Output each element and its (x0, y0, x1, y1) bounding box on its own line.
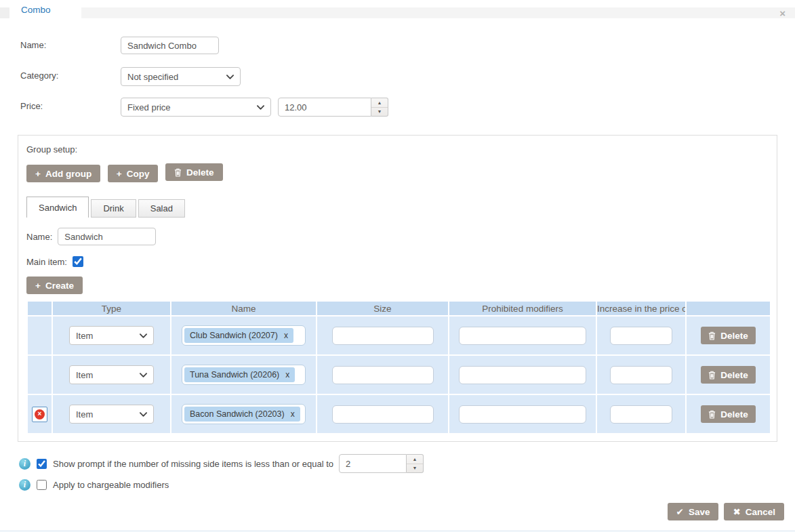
spin-up-icon[interactable]: ▲ (407, 455, 423, 464)
group-tab-salad[interactable]: Salad (138, 199, 185, 218)
delete-row-label: Delete (720, 331, 748, 341)
item-type-select[interactable]: Item (69, 405, 154, 424)
trash-icon (708, 371, 716, 380)
item-chip-label: Club Sandwich (20207) (190, 331, 278, 340)
price-increase-input[interactable] (610, 327, 672, 345)
delete-group-label: Delete (186, 167, 214, 178)
delete-row-button[interactable]: Delete (701, 366, 756, 384)
create-button[interactable]: + Create (26, 277, 83, 294)
cancel-button[interactable]: ✖ Cancel (724, 503, 784, 520)
chevron-down-icon (140, 373, 147, 377)
chargeable-option-row: i Apply to chargeable modifiers (19, 479, 795, 491)
remove-row-icon[interactable]: × (32, 407, 47, 422)
cancel-label: Cancel (746, 507, 775, 517)
row-handle-cell: × (28, 395, 52, 433)
apply-chargeable-label: Apply to chargeable modifiers (53, 480, 169, 490)
chevron-down-icon (140, 412, 147, 417)
item-name-input[interactable]: Club Sandwich (20207) x (182, 325, 306, 346)
group-name-input[interactable] (58, 228, 156, 245)
missing-items-count-input[interactable] (339, 454, 407, 473)
info-icon[interactable]: i (19, 479, 30, 491)
item-name-input[interactable]: Tuna Sandwich (20206) x (182, 365, 306, 385)
price-amount-input[interactable] (278, 98, 371, 117)
price-increase-input[interactable] (610, 405, 672, 424)
chevron-down-icon (226, 75, 234, 79)
item-chip-label: Tuna Sandwich (20206) (190, 370, 279, 380)
save-button[interactable]: ✔ Save (668, 503, 719, 520)
chevron-down-icon (140, 333, 147, 338)
trash-icon (708, 331, 716, 340)
header-empty (687, 302, 770, 315)
delete-row-label: Delete (720, 370, 748, 380)
item-type-select[interactable]: Item (69, 326, 154, 345)
add-group-button[interactable]: + Add group (26, 165, 100, 182)
tab-stub (0, 7, 9, 18)
item-chip-label: Bacon Sandwich (20203) (190, 409, 285, 419)
bottom-divider (0, 531, 795, 531)
apply-chargeable-checkbox[interactable] (37, 480, 47, 490)
delete-row-button[interactable]: Delete (701, 327, 756, 344)
chip-remove-icon[interactable]: x (284, 331, 288, 340)
prohibited-modifiers-input[interactable] (459, 366, 586, 384)
group-tab-label: Salad (150, 203, 173, 213)
group-setup-panel: Group setup: + Add group + Copy Delete S… (18, 135, 777, 442)
size-input[interactable] (332, 405, 434, 424)
chip-remove-icon[interactable]: x (285, 370, 289, 380)
group-tab-sandwich[interactable]: Sandwich (26, 197, 89, 218)
tab-combo[interactable]: Combo (9, 0, 81, 19)
table-row: × Item Bacon Sandwich (20203) x (28, 395, 770, 433)
prompt-option-row: i Show prompt if the number of missing s… (19, 454, 795, 473)
category-select[interactable]: Not specified (121, 67, 241, 86)
check-icon: ✔ (676, 506, 684, 517)
tab-combo-label: Combo (21, 5, 51, 15)
row-handle-cell (28, 316, 52, 354)
chip-remove-icon[interactable]: x (291, 409, 295, 419)
spin-down-icon[interactable]: ▼ (371, 108, 388, 117)
name-input[interactable] (121, 37, 219, 54)
trash-icon (174, 168, 182, 177)
group-tab-drink[interactable]: Drink (91, 199, 136, 218)
x-icon: ✖ (733, 506, 740, 517)
info-icon[interactable]: i (19, 458, 30, 470)
main-item-checkbox[interactable] (73, 256, 83, 267)
price-amount-spinner: ▲ ▼ (371, 98, 388, 117)
size-input[interactable] (332, 366, 434, 384)
header-increase: Increase in the price of (597, 302, 685, 315)
show-prompt-label: Show prompt if the number of missing sid… (53, 459, 333, 469)
copy-group-label: Copy (127, 169, 150, 179)
price-type-select[interactable]: Fixed price (121, 98, 271, 117)
tab-bar: Combo × (0, 0, 795, 19)
header-prohibited: Prohibited modifiers (449, 302, 596, 315)
item-type-value: Item (76, 370, 93, 380)
close-icon[interactable]: × (779, 8, 786, 18)
spin-down-icon[interactable]: ▼ (407, 464, 423, 473)
price-label: Price: (20, 98, 121, 111)
price-increase-input[interactable] (610, 366, 672, 384)
group-tab-label: Drink (103, 203, 123, 213)
delete-group-button[interactable]: Delete (165, 163, 223, 181)
create-label: Create (45, 281, 74, 291)
tab-bar-filler: × (81, 7, 795, 18)
prohibited-modifiers-input[interactable] (459, 405, 586, 424)
item-type-select[interactable]: Item (69, 365, 154, 384)
name-label: Name: (20, 37, 121, 50)
table-row: Item Tuna Sandwich (20206) x Delete (28, 356, 770, 394)
combo-form: Name: Category: Not specified Price: Fix… (0, 19, 795, 117)
item-chip[interactable]: Tuna Sandwich (20206) x (184, 367, 295, 382)
table-row: Item Club Sandwich (20207) x Delete (28, 316, 770, 354)
item-chip[interactable]: Club Sandwich (20207) x (184, 328, 293, 343)
delete-row-button[interactable]: Delete (701, 405, 756, 423)
copy-group-button[interactable]: + Copy (108, 165, 159, 182)
group-toolbar: + Add group + Copy Delete (26, 163, 769, 182)
chevron-down-icon (257, 105, 264, 110)
size-input[interactable] (332, 327, 434, 345)
spin-up-icon[interactable]: ▲ (371, 98, 388, 108)
item-chip[interactable]: Bacon Sandwich (20203) x (184, 407, 300, 422)
item-name-input[interactable]: Bacon Sandwich (20203) x (182, 404, 306, 424)
prohibited-modifiers-input[interactable] (459, 327, 586, 345)
plus-icon: + (35, 169, 41, 179)
show-prompt-checkbox[interactable] (37, 459, 47, 469)
main-item-label: Main item: (26, 257, 67, 267)
header-size: Size (317, 302, 448, 315)
red-x-icon: × (35, 409, 45, 420)
